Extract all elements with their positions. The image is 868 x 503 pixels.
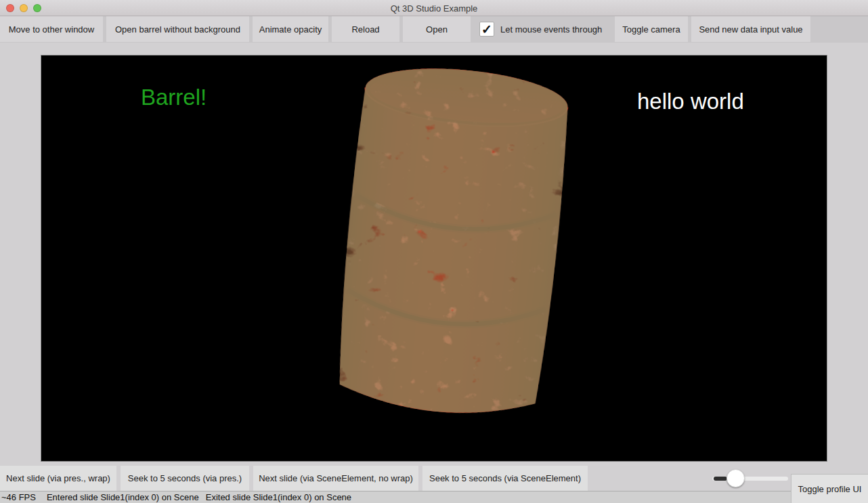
open-button[interactable]: Open (403, 16, 471, 42)
status-message-exited: Exited slide Slide1(index 0) on Scene (206, 492, 351, 502)
seek-5s-pres-button[interactable]: Seek to 5 seconds (via pres.) (121, 466, 249, 491)
send-new-data-input-value-button[interactable]: Send new data input value (691, 16, 810, 42)
checkmark-icon: ✓ (481, 23, 492, 36)
app-window: Qt 3D Studio Example Move to other windo… (0, 0, 868, 503)
reload-button[interactable]: Reload (332, 16, 399, 42)
let-mouse-events-through-checkbox-group[interactable]: ✓ Let mouse events through (474, 16, 613, 42)
slider-fill (714, 477, 727, 481)
animate-opacity-button[interactable]: Animate opacity (253, 16, 328, 42)
open-barrel-without-background-button[interactable]: Open barrel without background (106, 16, 249, 42)
status-message-entered: Entered slide Slide1(index 0) on Scene (47, 492, 199, 502)
checkbox-label: Let mouse events through (500, 24, 602, 35)
next-slide-sceneelement-button[interactable]: Next slide (via SceneElement, no wrap) (253, 466, 418, 491)
toggle-camera-button[interactable]: Toggle camera (615, 16, 688, 42)
fps-counter: ~46 FPS (1, 492, 36, 502)
let-mouse-events-through-checkbox[interactable]: ✓ (479, 22, 494, 37)
top-toolbar: Move to other window Open barrel without… (0, 16, 868, 43)
toggle-profile-ui-button[interactable]: Toggle profile UI (791, 474, 868, 503)
move-to-other-window-button[interactable]: Move to other window (0, 16, 103, 42)
3d-viewport[interactable]: Barrel! hello world (41, 56, 827, 461)
window-title: Qt 3D Studio Example (0, 0, 868, 16)
opacity-slider[interactable] (712, 466, 788, 491)
seek-5s-sceneelement-button[interactable]: Seek to 5 seconds (via SceneElement) (422, 466, 588, 491)
viewport-hello-world-label: hello world (637, 89, 744, 114)
next-slide-pres-wrap-button[interactable]: Next slide (via pres., wrap) (0, 466, 116, 491)
viewport-barrel-label: Barrel! (141, 85, 207, 110)
slider-handle[interactable] (726, 469, 745, 487)
status-bar: ~46 FPS Entered slide Slide1(index 0) on… (0, 491, 791, 503)
barrel-3d-object (41, 56, 827, 461)
titlebar: Qt 3D Studio Example (0, 0, 868, 16)
